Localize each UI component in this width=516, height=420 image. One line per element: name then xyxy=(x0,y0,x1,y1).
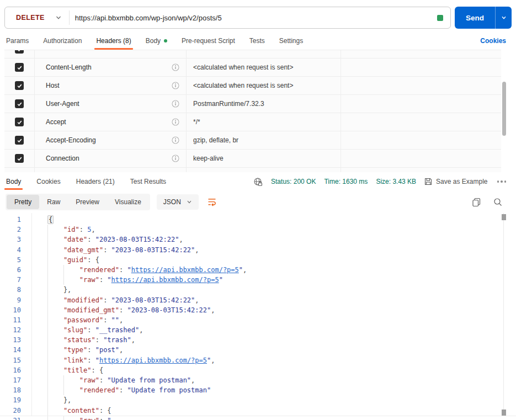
response-tab-test-results[interactable]: Test Results xyxy=(130,173,167,190)
chevron-down-icon xyxy=(56,15,61,20)
code-line: 18"rendered": "Update from postman" xyxy=(0,385,516,395)
indent-guide xyxy=(47,375,63,385)
code-token: , xyxy=(211,357,215,364)
url-input[interactable] xyxy=(70,14,437,22)
request-tab-headers-8[interactable]: Headers (8) xyxy=(95,32,131,50)
environment-indicator-icon xyxy=(437,15,443,21)
wrap-line-icon xyxy=(208,198,216,206)
code-token: "Update from postman" xyxy=(127,386,211,394)
size-indicator: Size: 3.43 KB xyxy=(376,178,416,185)
info-icon[interactable] xyxy=(172,63,179,71)
indent-guide xyxy=(63,265,79,275)
header-description-cell xyxy=(341,50,501,58)
header-description-cell xyxy=(341,150,501,167)
request-tab-authorization[interactable]: Authorization xyxy=(42,32,82,50)
response-tab-body[interactable]: Body xyxy=(6,173,22,190)
indent-guide xyxy=(47,235,63,244)
header-value-cell: <calculated when request is sent> xyxy=(186,77,341,94)
header-description-cell xyxy=(341,59,501,76)
indent-guide xyxy=(47,225,63,235)
code-line-content: "title": { xyxy=(34,366,103,374)
response-tabs-list: BodyCookiesHeaders (21)Test Results xyxy=(6,173,181,190)
code-line: 3"date": "2023-08-03T15:42:22", xyxy=(0,235,516,244)
code-line-content: "password": "", xyxy=(34,316,123,324)
scrollbar-track[interactable] xyxy=(503,213,504,416)
send-label: Send xyxy=(455,7,495,29)
active-tab-underline xyxy=(4,188,23,190)
cookies-link[interactable]: Cookies xyxy=(480,37,510,45)
method-selector[interactable]: DELETE xyxy=(5,7,69,28)
response-tab-headers-21[interactable]: Headers (21) xyxy=(76,173,115,190)
view-mode-visualize[interactable]: Visualize xyxy=(107,195,149,209)
info-icon[interactable] xyxy=(172,136,179,144)
line-number: 11 xyxy=(0,315,21,325)
view-mode-raw[interactable]: Raw xyxy=(39,195,68,209)
code-token: : { xyxy=(91,366,103,374)
send-button[interactable]: Send xyxy=(455,7,512,29)
header-value-cell: PostmanRuntime/7.32.3 xyxy=(186,95,341,113)
code-line-content: "modified_gmt": "2023-08-03T15:42:22", xyxy=(34,306,215,314)
header-description-cell xyxy=(341,168,501,172)
code-token: , xyxy=(139,326,143,334)
scrollbar-thumb[interactable] xyxy=(502,214,506,220)
header-description-cell xyxy=(341,131,501,149)
code-line: 17"raw": "Update from postman", xyxy=(0,375,516,385)
code-token: , xyxy=(195,296,199,304)
response-tab-cookies[interactable]: Cookies xyxy=(36,173,61,190)
json-link[interactable]: https://api.bbxmbb.com/?p=5 xyxy=(111,276,219,284)
header-enabled-checkbox[interactable] xyxy=(15,63,24,72)
header-enabled-checkbox[interactable] xyxy=(15,50,24,54)
request-tab-params[interactable]: Params xyxy=(6,32,29,50)
network-globe-lock-icon[interactable] xyxy=(253,177,263,187)
indent-guide xyxy=(47,345,63,355)
view-mode-pretty[interactable]: Pretty xyxy=(7,195,39,209)
format-dropdown[interactable]: JSON xyxy=(157,194,199,210)
request-tab-settings[interactable]: Settings xyxy=(279,32,304,50)
line-number: 2 xyxy=(0,225,21,235)
code-token: "content" xyxy=(63,407,99,414)
postman-request-view: DELETE Send ParamsAuthorizationHeaders (… xyxy=(0,0,516,420)
header-enabled-checkbox[interactable] xyxy=(15,136,24,145)
code-line: 7"raw": "https://api.bbxmbb.com/?p=5" xyxy=(0,275,516,285)
scrollbar-thumb[interactable] xyxy=(502,410,506,416)
viewer-toolbar-right xyxy=(472,198,510,207)
info-icon[interactable] xyxy=(172,100,179,108)
info-icon[interactable] xyxy=(172,118,179,126)
format-label: JSON xyxy=(163,198,181,206)
request-tab-tests[interactable]: Tests xyxy=(249,32,265,50)
code-token: : xyxy=(103,296,111,304)
request-tabs-list: ParamsAuthorizationHeaders (8)BodyPre-re… xyxy=(6,32,317,50)
header-enabled-checkbox[interactable] xyxy=(15,154,24,163)
code-line-content: }, xyxy=(34,396,71,404)
indent-guide xyxy=(47,295,63,305)
wrap-line-button[interactable] xyxy=(205,195,219,209)
request-tab-pre-request-script[interactable]: Pre-request Script xyxy=(181,32,236,50)
json-link[interactable]: https://api.bbxmbb.com/?p=5 xyxy=(99,357,207,364)
header-value: <calculated when request is sent> xyxy=(193,82,293,89)
code-line: 19}, xyxy=(0,395,516,405)
copy-button[interactable] xyxy=(472,198,481,207)
scrollbar-thumb[interactable] xyxy=(502,82,506,136)
code-token: , xyxy=(179,236,183,243)
divider xyxy=(0,416,516,416)
info-icon[interactable] xyxy=(172,82,179,89)
header-enabled-checkbox[interactable] xyxy=(15,118,24,126)
response-viewer-toolbar: PrettyRawPreviewVisualize JSON xyxy=(0,191,516,213)
view-mode-preview[interactable]: Preview xyxy=(68,195,107,209)
code-token: " xyxy=(95,357,99,364)
more-options-icon[interactable] xyxy=(496,178,508,185)
send-options-button[interactable] xyxy=(495,7,512,29)
request-tab-body[interactable]: Body xyxy=(145,32,168,50)
json-link[interactable]: https://api.bbxmbb.com/?p=5 xyxy=(131,266,239,274)
code-line-content: "rendered": "https://api.bbxmbb.com/?p=5… xyxy=(34,266,247,274)
header-enabled-checkbox[interactable] xyxy=(15,81,24,90)
header-checkbox-cell xyxy=(4,77,34,94)
header-row: Accept-Encodinggzip, deflate, br xyxy=(4,131,501,150)
search-button[interactable] xyxy=(493,198,503,207)
header-enabled-checkbox[interactable] xyxy=(15,99,24,108)
save-as-example-button[interactable]: Save as Example xyxy=(424,178,487,185)
info-icon[interactable] xyxy=(172,155,179,162)
code-token: " xyxy=(239,266,243,274)
save-icon xyxy=(424,178,432,185)
code-line: 2"id": 5, xyxy=(0,225,516,235)
